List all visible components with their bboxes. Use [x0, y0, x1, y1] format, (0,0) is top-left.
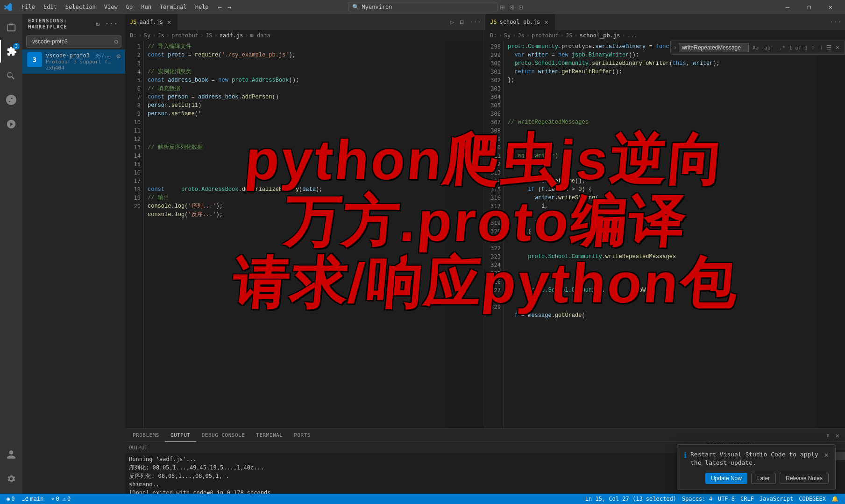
- sidebar-title: EXTENSIONS: MARKETPLACE: [28, 18, 94, 30]
- output-header: OUTPUT ⊡ ⊠: [125, 442, 704, 453]
- layout-icon-3[interactable]: ⊠: [507, 2, 516, 13]
- activity-debug[interactable]: [0, 113, 22, 135]
- extension-search: ⚙: [22, 34, 125, 49]
- release-notes-button[interactable]: Release Notes: [780, 473, 829, 484]
- find-whole-word[interactable]: ab|: [762, 43, 775, 52]
- find-close-button[interactable]: ✕: [833, 43, 842, 52]
- tab-label-right: school_pb.js: [499, 19, 540, 25]
- ext-gear-icon[interactable]: ⚙: [117, 52, 121, 60]
- menu-go[interactable]: Go: [122, 3, 136, 11]
- output-line-6: [Done] exited with code=0 in 0.178 secon…: [129, 489, 701, 494]
- maximize-button[interactable]: ❐: [798, 0, 820, 14]
- search-text: Myenviron: [362, 4, 392, 10]
- tab-aadf-js[interactable]: JS aadf.js ✕: [125, 14, 178, 30]
- notification: ℹ Restart Visual Studio Code to apply th…: [677, 444, 836, 490]
- ext-meta: zxh404: [46, 65, 113, 71]
- tab-close-right[interactable]: ✕: [543, 18, 549, 26]
- status-line-ending[interactable]: CRLF: [738, 494, 757, 504]
- activity-git[interactable]: [0, 89, 22, 111]
- left-tab-actions: ▷ ⊟ ···: [447, 17, 485, 27]
- ext-desc: Protobuf 3 support for Visual S...: [46, 59, 113, 65]
- menu-edit[interactable]: Edit: [40, 3, 61, 11]
- menu-selection[interactable]: Selection: [62, 3, 99, 11]
- nav-arrows: ← →: [216, 2, 234, 12]
- left-line-numbers: 12345 678910 1112131415 1617181920: [125, 41, 144, 428]
- notification-close-button[interactable]: ✕: [824, 450, 829, 459]
- editor-area: JS aadf.js ✕ ▷ ⊟ ··· D:› Sy› Js› protobu: [125, 14, 845, 494]
- extensions-badge: 3: [13, 43, 20, 49]
- tab-icon-js: JS: [130, 19, 136, 25]
- notification-info-icon: ℹ: [684, 451, 687, 460]
- find-next-button[interactable]: ↓: [818, 43, 824, 52]
- nav-forward[interactable]: →: [226, 2, 233, 12]
- nav-back[interactable]: ←: [216, 2, 224, 12]
- menu-file[interactable]: File: [18, 3, 39, 11]
- update-now-button[interactable]: Update Now: [705, 473, 747, 484]
- menu-terminal[interactable]: Terminal: [156, 3, 191, 11]
- activity-explorer[interactable]: [0, 16, 22, 38]
- layout-icon-2[interactable]: ⊞: [498, 2, 507, 13]
- status-errors[interactable]: ✕ 0 ⚠ 0: [48, 494, 73, 504]
- left-tabs-bar: JS aadf.js ✕ ▷ ⊟ ···: [125, 14, 485, 30]
- panel-tab-output[interactable]: OUTPUT: [165, 429, 196, 442]
- menu-run[interactable]: Run: [137, 3, 155, 11]
- activity-search[interactable]: [0, 64, 22, 87]
- left-minimap: [447, 41, 485, 428]
- editor-pane-right: JS school_pb.js ✕ ··· D:› Sy› Js› protob…: [485, 14, 845, 428]
- status-codegeex[interactable]: CODEGEEX: [796, 494, 829, 504]
- status-position[interactable]: Ln 15, Col 27 (13 selected): [582, 494, 679, 504]
- sidebar: EXTENSIONS: MARKETPLACE ↻ ··· ⚙ 3 vscode…: [22, 14, 125, 494]
- activity-account[interactable]: [0, 443, 22, 466]
- branch-text: main: [30, 496, 43, 502]
- find-input[interactable]: [679, 43, 749, 52]
- ext-filter-icon[interactable]: ⚙: [114, 38, 118, 45]
- sidebar-refresh-icon[interactable]: ↻: [94, 19, 101, 28]
- panel-left: OUTPUT ⊡ ⊠ Running 'aadf.js'... 序列化: 08,…: [125, 442, 705, 494]
- status-remote[interactable]: ◉ 0: [4, 494, 17, 504]
- run-icon[interactable]: ▷: [448, 17, 456, 27]
- status-encoding[interactable]: UTF-8: [715, 494, 738, 504]
- split-icon[interactable]: ⊟: [458, 17, 465, 27]
- right-breadcrumb: D:› Sy› Js› protobuf› JS› school_pb.js› …: [485, 30, 845, 41]
- find-toggle-replace[interactable]: ›: [674, 44, 677, 51]
- layout-icon-4[interactable]: ⊡: [517, 2, 525, 13]
- find-prev-button[interactable]: ↑: [809, 43, 816, 52]
- output-label: OUTPUT: [129, 445, 148, 451]
- panel-tab-problems[interactable]: PROBLEMS: [127, 429, 165, 442]
- errors-icon: ✕: [51, 496, 54, 502]
- find-select-all[interactable]: ☰: [826, 44, 831, 51]
- more-actions-icon[interactable]: ···: [468, 17, 483, 27]
- menu-bar: File Edit Selection View Go Run Terminal…: [18, 3, 213, 11]
- activity-settings[interactable]: [0, 468, 22, 490]
- status-feedback[interactable]: 🔔: [829, 494, 841, 504]
- search-bar[interactable]: 🔍 Myenviron: [348, 2, 497, 12]
- right-more-icon[interactable]: ···: [828, 17, 843, 27]
- find-regex[interactable]: .*: [777, 43, 787, 52]
- panel-tab-debug-console[interactable]: DEBUG CONSOLE: [196, 429, 251, 442]
- later-button[interactable]: Later: [751, 473, 776, 484]
- menu-help[interactable]: Help: [192, 3, 213, 11]
- main-layout: 3 EXTENSIONS: MARKETPLACE ↻ ···: [0, 14, 845, 494]
- notification-message: Restart Visual Studio Code to apply the …: [690, 450, 820, 467]
- sidebar-more-icon[interactable]: ···: [104, 19, 120, 28]
- tab-school-pb-js[interactable]: JS school_pb.js ✕: [485, 14, 555, 30]
- close-button[interactable]: ✕: [820, 0, 841, 14]
- minimize-button[interactable]: —: [777, 0, 798, 14]
- notification-buttons: Update Now Later Release Notes: [684, 473, 829, 484]
- panel-maximize-icon[interactable]: ⬆: [824, 431, 831, 440]
- menu-view[interactable]: View: [100, 3, 121, 11]
- panel-close-icon[interactable]: ✕: [834, 431, 841, 440]
- status-branch[interactable]: ⎇ main: [19, 494, 46, 504]
- tab-close-left[interactable]: ✕: [166, 18, 172, 26]
- status-spaces[interactable]: Spaces: 4: [679, 494, 715, 504]
- left-code[interactable]: // 导入编译文件 const proto = require('./sy_ex…: [144, 41, 447, 428]
- activity-extensions[interactable]: 3: [0, 40, 22, 63]
- status-language[interactable]: JavaScript: [757, 494, 796, 504]
- panel-tab-ports[interactable]: PORTS: [288, 429, 316, 442]
- ext-search-input[interactable]: [29, 37, 113, 46]
- extension-item-proto3[interactable]: 3 vscode-proto3 357.5ms Protobuf 3 suppo…: [22, 49, 125, 74]
- find-case-sensitive[interactable]: Aa: [751, 43, 760, 52]
- right-editor-content: › Aa ab| .* 1 of 1 ↑ ↓ ☰ ✕ 2982993003013…: [485, 41, 845, 428]
- panel-tab-terminal[interactable]: TERMINAL: [250, 429, 288, 442]
- right-code[interactable]: proto.Community.prototype.serializeBinar…: [504, 41, 817, 428]
